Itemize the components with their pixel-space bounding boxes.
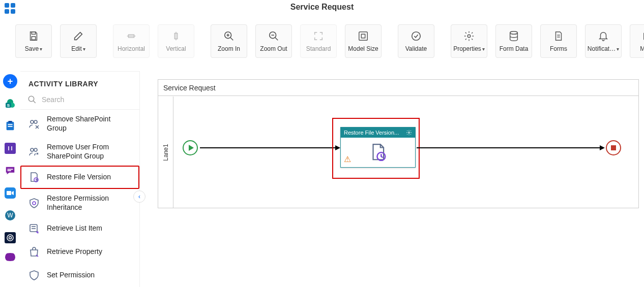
user-remove-icon [27, 145, 41, 158]
zoom-standard-label: Standard [303, 45, 334, 52]
activity-item-set-permission[interactable]: Set Permission [20, 264, 139, 283]
lane-name: Lane1 [162, 144, 169, 161]
forms-label: Forms [547, 45, 570, 52]
activity-item-restore-file-version[interactable]: Restore File Version [20, 166, 139, 189]
chevron-down-icon: ▾ [40, 46, 42, 52]
svg-line-44 [33, 101, 36, 103]
chevron-down-icon: ▾ [83, 46, 85, 52]
notifications-button[interactable]: Notificat…▾ [585, 24, 622, 58]
search-icon [27, 95, 37, 104]
zoom-in-button[interactable]: Zoom In [211, 24, 247, 58]
sequence-flow[interactable] [200, 147, 336, 148]
activity-item-label: Retrieve Property [47, 247, 102, 257]
rail-video-icon[interactable] [3, 186, 17, 200]
svg-point-52 [33, 202, 36, 205]
chevron-down-icon: ▾ [482, 46, 485, 52]
activity-item-retrieve-property[interactable]: Retrieve Property [20, 240, 139, 264]
activity-library-panel: ACTIVITY LIBRARY Remove SharePoint Group… [20, 71, 140, 287]
svg-text:I I: I I [8, 145, 12, 151]
activity-item-label: Set Permission [47, 271, 95, 280]
svg-rect-53 [30, 225, 37, 232]
svg-rect-4 [32, 32, 35, 35]
add-button[interactable]: + [3, 74, 17, 88]
pool-title: Service Request [158, 80, 638, 96]
edit-label: Edit [71, 45, 82, 52]
forms-button[interactable]: Forms [540, 24, 577, 58]
page-title: Service Request [0, 3, 644, 12]
sequence-flow[interactable] [417, 147, 601, 148]
svg-rect-30 [8, 126, 12, 127]
side-rail: + S I I W [0, 71, 20, 287]
model-size-icon [358, 30, 369, 42]
form-data-label: Form Data [496, 45, 532, 52]
activity-item-remove-sp-group[interactable]: Remove SharePoint Group [20, 110, 139, 138]
rail-wordpress-icon[interactable]: W [3, 208, 17, 222]
validate-icon [411, 30, 422, 42]
activity-node-restore-file-version[interactable]: Restore File Version... ⚠ [340, 127, 416, 168]
align-horizontal-icon [126, 30, 137, 42]
svg-rect-39 [5, 232, 16, 243]
properties-button[interactable]: Properties▾ [451, 24, 487, 58]
shield-restore-icon [27, 197, 41, 210]
activity-library-title: ACTIVITY LIBRARY [20, 72, 139, 93]
svg-point-50 [34, 148, 37, 151]
validate-button[interactable]: Validate [398, 24, 434, 58]
svg-rect-28 [8, 121, 12, 123]
edit-button[interactable]: Edit▾ [60, 24, 97, 58]
activity-item-remove-user-group[interactable]: Remove User From SharePoint Group [20, 138, 139, 166]
activity-item-label: Restore Permission Inheritance [47, 194, 132, 212]
notifications-label: Notificat… [588, 45, 616, 52]
svg-point-42 [5, 253, 15, 261]
misc-button[interactable]: Misc▾ [630, 24, 644, 58]
svg-rect-36 [7, 191, 11, 195]
warning-icon: ⚠ [344, 154, 351, 164]
gear-icon [463, 30, 475, 42]
zoom-out-icon [268, 30, 279, 42]
process-canvas[interactable]: Service Request Lane1 Restore File Versi… [158, 79, 639, 208]
svg-point-19 [467, 35, 471, 38]
rail-chat-icon[interactable] [3, 164, 17, 178]
activity-search-input[interactable] [41, 95, 132, 104]
svg-text:S: S [7, 103, 10, 108]
arrow-head-icon [600, 145, 605, 150]
horizontal-label: Horizontal [114, 45, 148, 52]
end-event-node[interactable] [606, 140, 621, 155]
zoom-out-button[interactable]: Zoom Out [255, 24, 292, 58]
vertical-button: Vertical [158, 24, 194, 58]
bag-retrieve-icon [27, 245, 41, 259]
svg-line-11 [230, 38, 233, 41]
group-remove-icon [27, 117, 41, 131]
zoom-standard-button: Standard [300, 24, 337, 58]
chevron-down-icon: ▾ [617, 46, 619, 52]
form-data-button[interactable]: Form Data [495, 24, 532, 58]
save-icon [28, 30, 39, 42]
rail-more-icon[interactable] [3, 253, 17, 261]
fit-standard-icon [313, 30, 324, 42]
svg-point-43 [28, 96, 34, 102]
start-event-node[interactable] [183, 140, 198, 155]
save-button[interactable]: Save▾ [15, 24, 52, 58]
rail-circle-icon[interactable] [3, 231, 17, 245]
toolbar: Save▾ Edit▾ Horizontal Vertical Zoom In … [0, 20, 644, 61]
gear-icon[interactable] [406, 130, 412, 136]
svg-rect-17 [359, 32, 368, 41]
align-vertical-icon [170, 30, 182, 42]
rail-sharepoint-icon[interactable]: S [3, 97, 17, 111]
rail-variables-icon[interactable]: I I [3, 141, 17, 155]
collapse-sidebar-button[interactable]: ‹ [133, 190, 145, 203]
activity-item-retrieve-list[interactable]: Retrieve List Item [20, 217, 139, 240]
bell-icon [598, 30, 609, 42]
model-size-button[interactable]: Model Size [345, 24, 382, 58]
activity-node-label: Restore File Version... [344, 130, 399, 136]
activity-item-label: Retrieve List Item [47, 224, 102, 233]
svg-point-49 [31, 148, 34, 151]
svg-point-46 [34, 120, 37, 123]
activity-item-label: Remove SharePoint Group [47, 115, 132, 133]
svg-line-15 [275, 38, 278, 41]
rail-clipboard-icon[interactable] [3, 119, 17, 133]
lane-header[interactable]: Lane1 [158, 97, 173, 208]
svg-point-20 [510, 31, 518, 35]
activity-item-restore-permission[interactable]: Restore Permission Inheritance [20, 189, 139, 217]
horizontal-button: Horizontal [113, 24, 150, 58]
svg-rect-29 [8, 124, 12, 125]
